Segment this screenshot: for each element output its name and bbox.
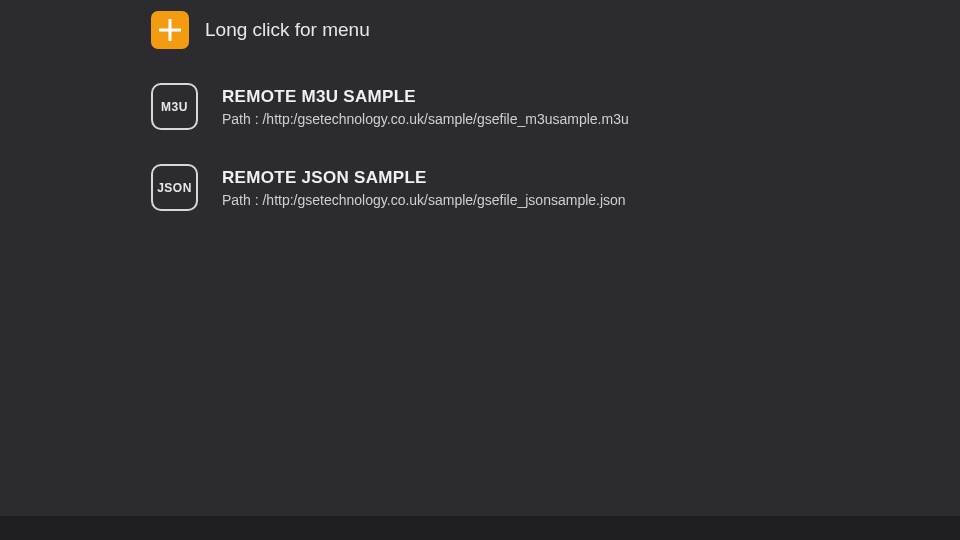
json-icon: JSON — [151, 164, 198, 211]
header-row: Long click for menu — [151, 11, 960, 49]
playlist-item-m3u[interactable]: M3U REMOTE M3U SAMPLE Path : /http:/gset… — [151, 83, 960, 130]
playlist-item-json[interactable]: JSON REMOTE JSON SAMPLE Path : /http:/gs… — [151, 164, 960, 211]
icon-label: M3U — [161, 100, 188, 114]
playlist-text: REMOTE JSON SAMPLE Path : /http:/gsetech… — [222, 168, 626, 208]
svg-rect-1 — [159, 29, 181, 32]
footer-bar — [0, 516, 960, 540]
m3u-icon: M3U — [151, 83, 198, 130]
playlist-path: Path : /http:/gsetechnology.co.uk/sample… — [222, 111, 629, 127]
playlist-text: REMOTE M3U SAMPLE Path : /http:/gsetechn… — [222, 87, 629, 127]
icon-label: JSON — [157, 181, 192, 195]
playlist-screen: Long click for menu M3U REMOTE M3U SAMPL… — [0, 0, 960, 211]
add-playlist-button[interactable] — [151, 11, 189, 49]
playlist-title: REMOTE JSON SAMPLE — [222, 168, 626, 188]
playlist-title: REMOTE M3U SAMPLE — [222, 87, 629, 107]
header-hint: Long click for menu — [205, 19, 370, 41]
plus-icon — [157, 17, 183, 43]
playlist-path: Path : /http:/gsetechnology.co.uk/sample… — [222, 192, 626, 208]
